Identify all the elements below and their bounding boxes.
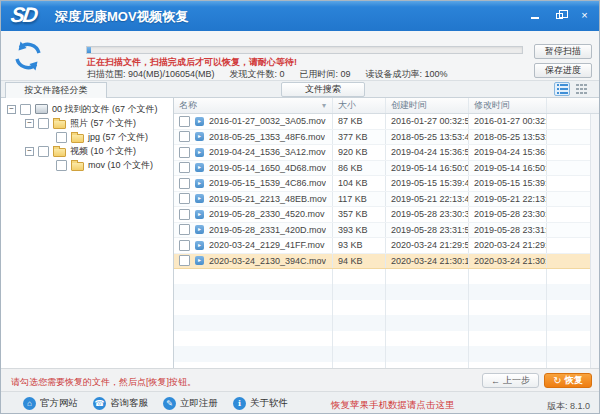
row-checkbox[interactable]: [179, 209, 190, 220]
table-row[interactable]: ▸2019-05-21_2213_48EB.mov117 KB2019-05-2…: [174, 192, 599, 208]
table-row[interactable]: ▸2018-05-25_1353_48F6.mov377 KB2018-05-2…: [174, 130, 599, 146]
file-name: 2018-05-25_1353_48F6.mov: [209, 132, 325, 142]
minimize-button[interactable]: [526, 7, 543, 22]
footer-bar: ⌂官方网站☎咨询客服✎立即注册ℹ关于软件 恢复苹果手机数据请点击这里 版本: 8…: [1, 391, 599, 414]
restore-button[interactable]: [551, 7, 568, 22]
video-file-icon: ▸: [195, 179, 204, 188]
folder-icon: [53, 148, 66, 157]
column-header-name-label: 名称: [179, 98, 197, 113]
footer-link-register[interactable]: ✎立即注册: [163, 397, 218, 410]
toolbar: 按文件路径分类 文件搜索: [1, 81, 599, 98]
tree-item-found-files[interactable]: −00 找到的文件 (67 个文件): [1, 102, 173, 116]
file-modified-time: 2018-05-25 13:53:44: [469, 130, 547, 145]
tab-path-category[interactable]: 按文件路径分类: [5, 82, 107, 98]
column-header-created[interactable]: 创建时间: [386, 98, 469, 113]
tree-item-videos[interactable]: −视频 (10 个文件): [1, 144, 173, 158]
grid-view-icon: [576, 84, 587, 94]
file-name: 2020-03-24_2129_41FF.mov: [209, 240, 325, 250]
prev-step-label: 上一步: [503, 374, 530, 387]
scan-progress-fill: [87, 47, 91, 53]
elapsed-time-stat: 已用时间: 09: [300, 68, 351, 81]
table-row[interactable]: ▸2016-01-27_0032_3A05.mov87 KB2016-01-27…: [174, 114, 599, 130]
footer-link-customer-service[interactable]: ☎咨询客服: [93, 397, 148, 410]
tree-item-label: 视频 (10 个文件): [70, 145, 136, 158]
file-modified-time: 2019-05-21 22:13:42: [469, 192, 547, 207]
row-checkbox[interactable]: [179, 116, 190, 127]
file-size: 87 KB: [333, 114, 386, 129]
row-checkbox[interactable]: [179, 255, 190, 266]
app-window: SD 深度尼康MOV视频恢复 × 正在扫描文件，扫描完成后才可以恢复，请耐心等待…: [0, 0, 600, 414]
row-checkbox[interactable]: [179, 240, 190, 251]
table-row[interactable]: ▸2019-05-15_1539_4C86.mov104 KB2019-05-1…: [174, 176, 599, 192]
table-row[interactable]: ▸2020-03-24_2130_394C.mov94 KB2020-03-24…: [174, 254, 599, 270]
row-checkbox[interactable]: [179, 131, 190, 142]
list-view-icon: [557, 84, 568, 94]
grid-view-button[interactable]: [573, 82, 589, 96]
file-name-cell: ▸2019-04-24_1536_3A12.mov: [174, 145, 333, 160]
footer-link-about-software[interactable]: ℹ关于软件: [233, 397, 288, 410]
drive-icon: [35, 104, 48, 114]
tree-checkbox[interactable]: [56, 160, 67, 171]
table-row[interactable]: ▸2019-05-14_1650_4D68.mov86 KB2019-05-14…: [174, 161, 599, 177]
file-modified-time: 2019-05-28 23:31:55: [469, 223, 547, 238]
table-row[interactable]: ▸2019-05-28_2330_4520.mov357 KB2019-05-2…: [174, 207, 599, 223]
recover-button[interactable]: ↻ 恢复: [544, 373, 592, 388]
tree-item-mov[interactable]: mov (10 个文件): [1, 158, 173, 172]
collapse-expander-icon[interactable]: −: [7, 105, 16, 114]
left-arrow-icon: ←: [491, 376, 500, 386]
file-created-time: 2016-01-27 00:32:50: [386, 114, 469, 129]
folder-tree: −00 找到的文件 (67 个文件)−照片 (57 个文件)jpg (57 个文…: [1, 98, 174, 368]
file-modified-time: 2019-05-28 23:30:36: [469, 207, 547, 222]
table-row[interactable]: ▸2020-03-24_2129_41FF.mov93 KB2020-03-24…: [174, 238, 599, 254]
file-size: 93 KB: [333, 238, 386, 253]
save-progress-button[interactable]: 保存进度: [534, 63, 592, 78]
column-header-modified[interactable]: 修改时间: [469, 98, 547, 113]
row-checkbox[interactable]: [179, 147, 190, 158]
footer-link-official-site[interactable]: ⌂官方网站: [23, 397, 78, 410]
file-name-cell: ▸2019-05-15_1539_4C86.mov: [174, 176, 333, 191]
file-size: 393 KB: [333, 223, 386, 238]
video-file-icon: ▸: [195, 194, 204, 203]
tree-checkbox[interactable]: [38, 146, 49, 157]
file-name: 2019-05-15_1539_4C86.mov: [209, 178, 326, 188]
tree-item-jpg[interactable]: jpg (57 个文件): [1, 130, 173, 144]
video-file-icon: ▸: [195, 210, 204, 219]
row-checkbox[interactable]: [179, 178, 190, 189]
row-checkbox[interactable]: [179, 224, 190, 235]
prev-step-button[interactable]: ← 上一步: [482, 373, 539, 388]
scan-stats: 扫描范围: 904(MB)/106054(MB) 发现文件数: 0 已用时间: …: [87, 68, 448, 81]
column-header-name[interactable]: 名称 ▾: [174, 98, 333, 113]
collapse-expander-icon[interactable]: −: [25, 147, 34, 156]
footer-link-label: 官方网站: [40, 397, 78, 410]
recycle-icon: [12, 40, 44, 72]
tree-checkbox[interactable]: [20, 104, 31, 115]
collapse-expander-icon[interactable]: −: [25, 119, 34, 128]
tree-checkbox[interactable]: [38, 118, 49, 129]
file-table: 名称 ▾ 大小 创建时间 修改时间 ▸2016-01-27_0032_3A05.…: [174, 98, 599, 368]
file-search-button[interactable]: 文件搜索: [281, 82, 365, 97]
apple-recovery-link[interactable]: 恢复苹果手机数据请点击这里: [331, 399, 455, 412]
video-file-icon: ▸: [195, 163, 204, 172]
table-row[interactable]: ▸2019-05-28_2331_420D.mov393 KB2019-05-2…: [174, 223, 599, 239]
video-file-icon: ▸: [195, 256, 204, 265]
close-button[interactable]: ×: [576, 7, 593, 22]
file-size: 86 KB: [333, 161, 386, 176]
row-checkbox[interactable]: [179, 193, 190, 204]
row-checkbox[interactable]: [179, 162, 190, 173]
table-scrollbar[interactable]: [590, 114, 599, 368]
file-name: 2016-01-27_0032_3A05.mov: [209, 116, 326, 126]
file-size: 104 KB: [333, 176, 386, 191]
tree-item-label: 照片 (57 个文件): [70, 117, 136, 130]
pause-scan-button[interactable]: 暂停扫描: [534, 44, 592, 59]
footer-links: ⌂官方网站☎咨询客服✎立即注册ℹ关于软件: [23, 392, 288, 414]
file-created-time: 2020-03-24 21:29:56: [386, 238, 469, 253]
tree-checkbox[interactable]: [56, 132, 67, 143]
table-row[interactable]: ▸2019-04-24_1536_3A12.mov920 KB2019-04-2…: [174, 145, 599, 161]
titlebar: SD 深度尼康MOV视频恢复 ×: [1, 1, 599, 31]
column-header-size[interactable]: 大小: [333, 98, 386, 113]
window-title: 深度尼康MOV视频恢复: [55, 8, 189, 26]
window-controls: ×: [526, 7, 593, 22]
list-view-button[interactable]: [554, 82, 570, 96]
tree-item-photos[interactable]: −照片 (57 个文件): [1, 116, 173, 130]
action-bar: 请勾选您需要恢复的文件，然后点[恢复]按钮。 ← 上一步 ↻ 恢复: [1, 368, 599, 391]
